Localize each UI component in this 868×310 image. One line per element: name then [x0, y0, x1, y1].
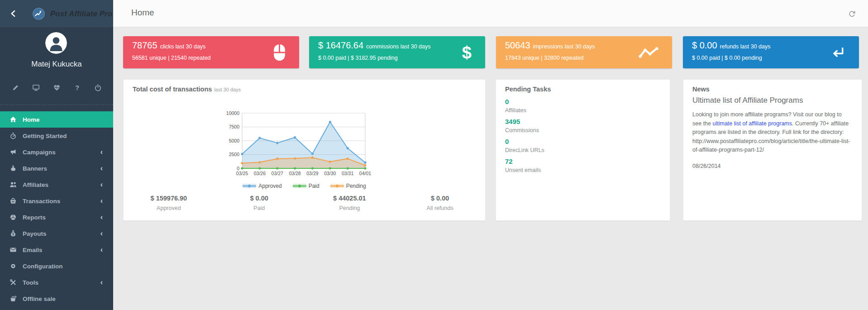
card-value-line: 78765clicks last 30 days	[132, 40, 205, 51]
submenu-chevron-icon: ‹	[100, 279, 103, 286]
submenu-chevron-icon: ‹	[100, 181, 103, 188]
card-subtext: 56581 unique | 21540 repeated	[132, 55, 211, 61]
basket-icon	[10, 197, 17, 205]
home-icon	[10, 116, 17, 123]
sidebar: Post Affiliate Pro Matej Kukucka	[0, 0, 113, 310]
summary-pending: $ 44025.01 Pending	[305, 195, 395, 211]
legend-item-paid: Paid	[293, 183, 320, 189]
submenu-chevron-icon: ‹	[100, 214, 103, 220]
pie-chart-icon	[10, 214, 17, 221]
logo-icon	[33, 8, 45, 20]
summary-paid: $ 0.00 Paid	[214, 195, 305, 211]
avatar	[45, 32, 67, 54]
svg-text:0: 0	[237, 166, 239, 171]
desktop-button[interactable]	[32, 83, 41, 92]
svg-text:03/29: 03/29	[306, 171, 318, 176]
trend-icon	[639, 46, 658, 59]
card-label: refunds last 30 days	[720, 43, 771, 50]
sidebar-item-configuration[interactable]: Configuration	[0, 258, 113, 274]
heartbeat-icon	[53, 84, 61, 91]
sidebar-item-emails[interactable]: Emails ‹	[0, 242, 113, 258]
news-panel: News Ultimate list of Affiliate Programs…	[683, 79, 862, 221]
task-label: Unsent emails	[505, 167, 544, 173]
heartbeat-button[interactable]	[52, 83, 61, 92]
transactions-panel: Total cost of transactionslast 30 days 0…	[123, 79, 486, 221]
legend-swatch-icon	[293, 183, 306, 189]
gear-icon	[10, 262, 17, 270]
logout-button[interactable]	[93, 83, 102, 92]
sidebar-item-payouts[interactable]: $ Payouts ‹	[0, 225, 113, 242]
sidebar-item-label: Configuration	[23, 263, 62, 270]
legend-label: Paid	[309, 183, 320, 189]
sidebar-item-offline-sale[interactable]: Offline sale	[0, 291, 113, 307]
top-bar: Home	[113, 0, 868, 27]
card-label: clicks last 30 days	[160, 43, 206, 50]
task-label: DirecLink URLs	[505, 147, 544, 153]
sidebar-item-label: Campaigns	[23, 149, 56, 156]
task-value-affiliates[interactable]: 0	[505, 98, 544, 105]
submenu-chevron-icon: ‹	[100, 247, 103, 253]
svg-text:03/31: 03/31	[342, 171, 353, 176]
refresh-button[interactable]	[847, 9, 856, 18]
card-value: 50643	[505, 40, 530, 50]
impressions-card[interactable]: 50643impressions last 30 days 17843 uniq…	[496, 36, 672, 68]
users-icon	[10, 181, 17, 188]
svg-text:03/30: 03/30	[324, 171, 336, 176]
sidebar-item-campaigns[interactable]: Campaigns ‹	[0, 144, 113, 160]
news-date: 08/26/2014	[692, 162, 852, 171]
mouse-icon	[273, 44, 286, 61]
hand-pointer-icon	[10, 165, 17, 172]
sidebar-item-label: Emails	[23, 247, 43, 253]
sidebar-item-label: Transactions	[23, 198, 60, 205]
help-button[interactable]: ?	[73, 83, 82, 92]
card-value-line: $ 16476.64commissions last 30 days	[318, 40, 431, 51]
sidebar-item-reports[interactable]: Reports ‹	[0, 209, 113, 225]
svg-text:03/28: 03/28	[289, 171, 300, 176]
summary-label: Pending	[305, 205, 395, 211]
sidebar-menu: Home Getting Started Campaigns ‹	[0, 111, 113, 307]
page-title: Home	[131, 8, 154, 18]
sidebar-item-getting-started[interactable]: Getting Started	[0, 128, 113, 144]
transactions-chart: 02500500075001000003/2503/2603/2703/2803…	[224, 109, 373, 182]
refresh-icon	[848, 10, 856, 18]
sidebar-item-transactions[interactable]: Transactions ‹	[0, 193, 113, 209]
refunds-card[interactable]: $ 0.00refunds last 30 days $ 0.00 paid |…	[683, 36, 859, 68]
edit-profile-button[interactable]	[11, 83, 20, 92]
card-subtext: $ 0.00 paid | $ 0.00 pending	[692, 55, 762, 61]
sidebar-item-label: Reports	[23, 214, 46, 221]
summary-value: $ 159976.90	[124, 195, 214, 202]
legend-label: Pending	[346, 183, 366, 189]
collapse-sidebar-button[interactable]	[6, 5, 20, 22]
news-heading: Ultimate list of Affiliate Programs	[692, 96, 803, 105]
task-value-unsent-emails[interactable]: 72	[505, 157, 544, 165]
tools-icon	[10, 279, 17, 286]
pencil-icon	[12, 84, 19, 91]
dollar-icon: $	[462, 44, 472, 61]
sidebar-item-home[interactable]: Home	[0, 111, 113, 128]
clicks-card[interactable]: 78765clicks last 30 days 56581 unique | …	[123, 36, 299, 68]
sidebar-item-affiliates[interactable]: Affiliates ‹	[0, 176, 113, 193]
sidebar-item-label: Affiliates	[23, 181, 48, 188]
sidebar-item-label: Getting Started	[23, 133, 67, 139]
news-link[interactable]: ultimate list of affiliate programs	[712, 120, 792, 127]
sidebar-item-label: Tools	[23, 279, 38, 286]
task-value-commissions[interactable]: 3495	[505, 118, 544, 125]
sidebar-item-tools[interactable]: Tools ‹	[0, 274, 113, 291]
task-value-direclink-urls[interactable]: 0	[505, 138, 544, 145]
sidebar-item-banners[interactable]: Banners ‹	[0, 160, 113, 176]
app-logo: Post Affiliate Pro	[33, 8, 112, 20]
submenu-chevron-icon: ‹	[100, 165, 103, 172]
summary-label: Paid	[214, 205, 305, 211]
legend-swatch-icon	[243, 183, 256, 189]
news-body: Looking to join more affiliate programs?…	[692, 110, 852, 171]
envelope-icon	[10, 246, 17, 253]
commissions-card[interactable]: $ 16476.64commissions last 30 days $ 0.0…	[309, 36, 485, 68]
submenu-chevron-icon: ‹	[100, 230, 103, 237]
pending-tasks-panel: Pending Tasks 0 Affiliates 3495 Commissi…	[496, 79, 670, 221]
submenu-chevron-icon: ‹	[100, 149, 103, 155]
legend-label: Approved	[258, 183, 281, 189]
svg-text:04/01: 04/01	[359, 171, 371, 176]
user-icon	[45, 32, 67, 54]
sidebar-item-label: Home	[23, 116, 40, 123]
sidebar-item-label: Offline sale	[23, 296, 56, 302]
